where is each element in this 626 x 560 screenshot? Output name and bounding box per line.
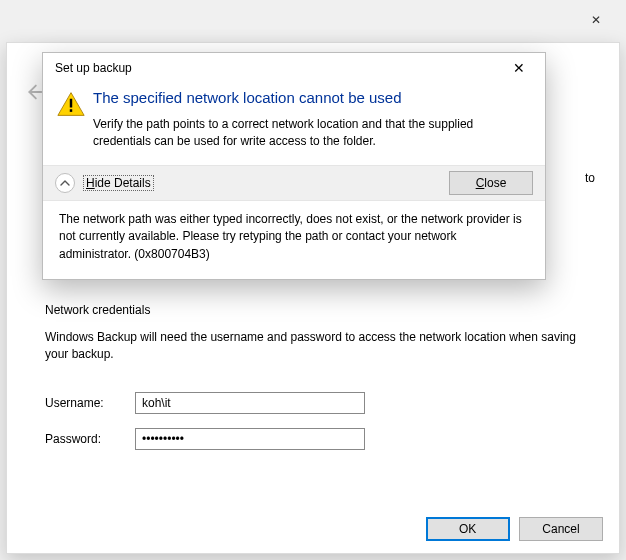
password-label: Password: bbox=[45, 432, 135, 446]
username-label: Username: bbox=[45, 396, 135, 410]
close-icon: ✕ bbox=[513, 60, 525, 76]
collapse-details-button[interactable] bbox=[55, 173, 75, 193]
dialog-close-button[interactable]: ✕ bbox=[499, 56, 539, 80]
cancel-button[interactable]: Cancel bbox=[519, 517, 603, 541]
warning-icon bbox=[57, 91, 85, 117]
ok-button[interactable]: OK bbox=[426, 517, 510, 541]
password-row: Password: bbox=[45, 428, 589, 450]
dialog-details-text: The network path was either typed incorr… bbox=[43, 201, 545, 279]
error-dialog: Set up backup ✕ The specified network lo… bbox=[42, 52, 546, 280]
chevron-up-icon bbox=[60, 178, 70, 188]
svg-rect-3 bbox=[70, 109, 72, 112]
password-field[interactable] bbox=[135, 428, 365, 450]
dialog-message: Verify the path points to a correct netw… bbox=[93, 116, 529, 151]
truncated-text-fragment: to bbox=[585, 171, 595, 185]
dialog-command-row: Hide Details Close bbox=[43, 165, 545, 201]
close-icon: ✕ bbox=[591, 13, 601, 27]
credentials-section-title: Network credentials bbox=[45, 303, 589, 317]
background-window-close-button[interactable]: ✕ bbox=[574, 6, 618, 34]
username-row: Username: bbox=[45, 392, 589, 414]
dialog-heading: The specified network location cannot be… bbox=[93, 89, 529, 106]
hide-details-toggle[interactable]: Hide Details bbox=[83, 175, 154, 191]
username-field[interactable] bbox=[135, 392, 365, 414]
credentials-section-description: Windows Backup will need the username an… bbox=[45, 329, 589, 364]
dialog-titlebar: Set up backup ✕ bbox=[43, 53, 545, 83]
close-button[interactable]: Close bbox=[449, 171, 533, 195]
svg-rect-2 bbox=[70, 99, 72, 108]
dialog-title: Set up backup bbox=[55, 61, 499, 75]
wizard-button-bar: OK Cancel bbox=[420, 517, 603, 541]
